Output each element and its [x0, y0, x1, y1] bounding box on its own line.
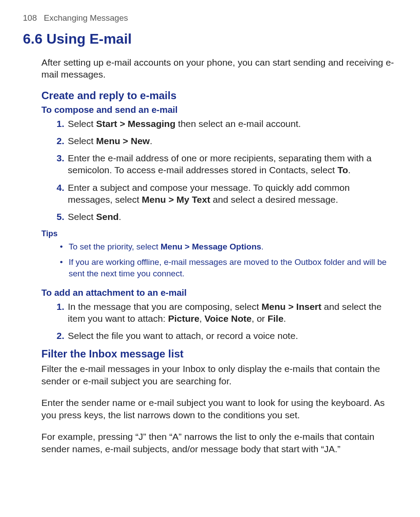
tips-list: To set the priority, select Menu > Messa… [41, 241, 395, 279]
steps-attachment: 1. In the message that you are composing… [41, 301, 395, 342]
steps-compose: 1. Select Start > Messaging then select … [41, 118, 395, 223]
tip-2: If you are working offline, e-mail messa… [41, 257, 395, 279]
page-number: 108 [23, 13, 37, 22]
filter-para-2: Enter the sender name or e-mail subject … [41, 397, 395, 421]
page-header: 108 Exchanging Messages [23, 13, 395, 23]
procedure-title-attachment: To add an attachment to an e-mail [41, 287, 395, 298]
step-2: 2. Select Menu > New. [41, 135, 395, 147]
section-title: 6.6 Using E-mail [23, 31, 395, 47]
step-5: 5. Select Send. [41, 211, 395, 223]
subsection-title-create: Create and reply to e-mails [41, 89, 395, 102]
chapter-name: Exchanging Messages [44, 13, 128, 22]
tips-label: Tips [41, 229, 395, 238]
procedure-title-compose: To compose and send an e-mail [41, 104, 395, 115]
intro-paragraph: After setting up e-mail accounts on your… [41, 56, 395, 81]
step-number: 3. [52, 152, 64, 164]
step-3: 3. Enter the e-mail address of one or mo… [41, 152, 395, 176]
page-container: 108 Exchanging Messages 6.6 Using E-mail… [0, 0, 420, 455]
step-number: 2. [52, 135, 64, 147]
subsection-title-filter: Filter the Inbox message list [41, 348, 395, 360]
step-number: 4. [52, 182, 64, 193]
step-1: 1. In the message that you are composing… [41, 301, 395, 325]
tip-1: To set the priority, select Menu > Messa… [41, 241, 395, 253]
step-1: 1. Select Start > Messaging then select … [41, 118, 395, 130]
chapter-title [39, 13, 44, 22]
step-number: 1. [52, 301, 64, 312]
step-number: 2. [52, 330, 64, 342]
step-2: 2. Select the file you want to attach, o… [41, 330, 395, 342]
filter-para-1: Filter the e-mail messages in your Inbox… [41, 363, 395, 387]
step-number: 5. [52, 211, 64, 223]
filter-para-3: For example, pressing “J” then “A” narro… [41, 431, 395, 455]
step-number: 1. [52, 118, 64, 130]
step-4: 4. Enter a subject and compose your mess… [41, 182, 395, 206]
